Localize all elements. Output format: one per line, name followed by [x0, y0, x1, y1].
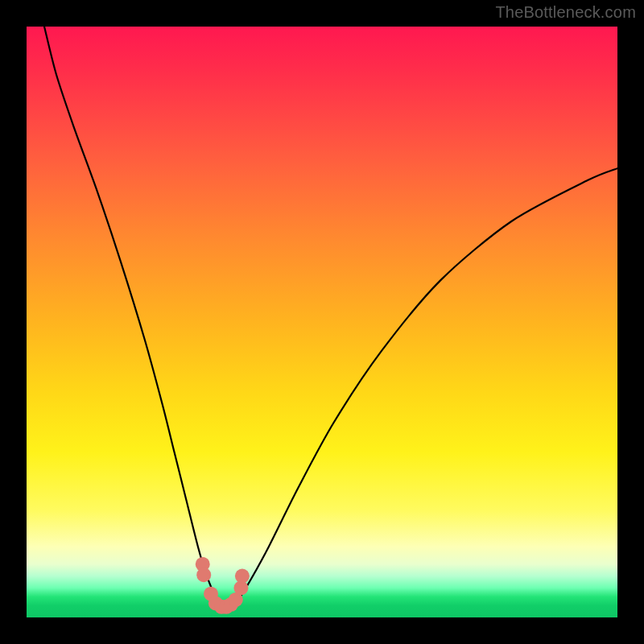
chart-frame: TheBottleneck.com [0, 0, 644, 644]
plot-area [27, 27, 617, 617]
bottleneck-curve [44, 27, 617, 608]
marker-dot [235, 569, 250, 584]
marker-dot [196, 568, 211, 582]
chart-svg [27, 27, 617, 617]
highlighted-points [196, 557, 250, 614]
watermark-label: TheBottleneck.com [495, 3, 636, 22]
curve-line [44, 27, 617, 608]
